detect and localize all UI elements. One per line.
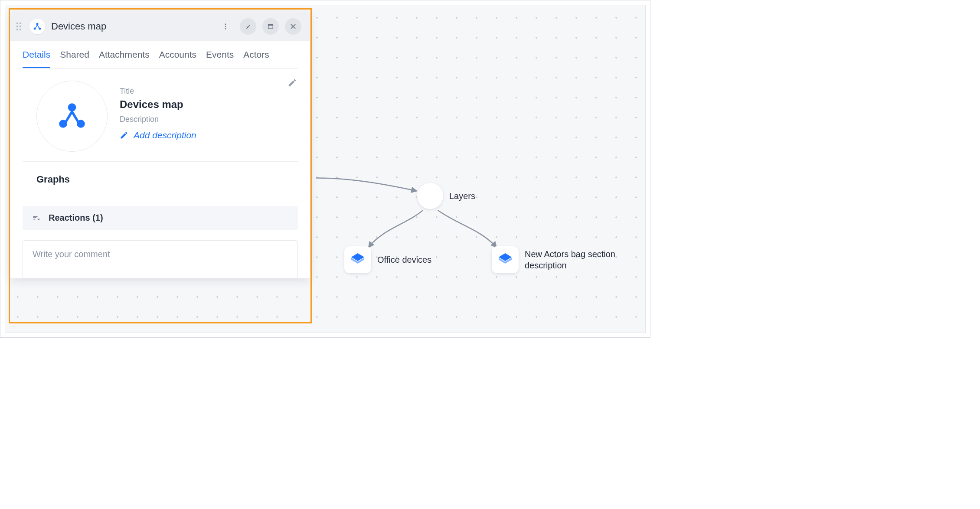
- pin-icon: [245, 23, 252, 30]
- window-icon: [267, 23, 274, 30]
- pencil-icon: [120, 131, 128, 140]
- svg-point-4: [225, 26, 226, 27]
- tab-details[interactable]: Details: [23, 49, 50, 68]
- drag-handle-icon[interactable]: [16, 22, 23, 31]
- kebab-icon: [222, 23, 229, 30]
- comment-placeholder: Write your comment: [33, 249, 110, 259]
- add-description-button[interactable]: Add description: [120, 130, 298, 140]
- sort-icon: [32, 214, 41, 222]
- details-panel: Devices map Details Shared Attachments A…: [10, 12, 310, 278]
- layers-icon: [344, 246, 371, 273]
- svg-point-3: [225, 23, 226, 25]
- svg-rect-7: [268, 24, 273, 26]
- title-value: Devices map: [120, 98, 298, 111]
- node-office-label: Office devices: [377, 254, 431, 265]
- panel-title: Devices map: [51, 21, 211, 32]
- reactions-label: Reactions (1): [49, 213, 103, 223]
- tab-shared[interactable]: Shared: [60, 49, 89, 68]
- add-description-label: Add description: [134, 130, 196, 140]
- open-window-button[interactable]: [262, 18, 279, 35]
- detail-main: Title Devices map Description Add descri…: [10, 69, 310, 161]
- close-button[interactable]: [285, 18, 301, 35]
- pin-button[interactable]: [240, 18, 256, 35]
- svg-point-5: [225, 28, 226, 29]
- node-new-actors-bag[interactable]: New Actors bag section description: [492, 246, 633, 273]
- node-layers-icon: [417, 183, 443, 209]
- description-field-label: Description: [120, 115, 298, 124]
- node-new-actors-label: New Actors bag section description: [525, 248, 633, 271]
- tab-bar: Details Shared Attachments Accounts Even…: [23, 41, 298, 69]
- close-icon: [290, 23, 297, 30]
- tab-attachments[interactable]: Attachments: [99, 49, 150, 68]
- node-layers-label: Layers: [449, 190, 475, 202]
- comment-input[interactable]: Write your comment: [23, 240, 298, 278]
- panel-header: Devices map: [10, 12, 310, 41]
- reactions-header[interactable]: Reactions (1): [23, 206, 298, 230]
- title-field-label: Title: [120, 87, 298, 96]
- tab-actors[interactable]: Actors: [243, 49, 269, 68]
- more-menu-button[interactable]: [217, 18, 234, 35]
- tab-accounts[interactable]: Accounts: [159, 49, 196, 68]
- entity-type-icon: [29, 19, 45, 34]
- node-layers[interactable]: Layers: [417, 183, 475, 209]
- layers-icon: [492, 246, 519, 273]
- tab-events[interactable]: Events: [206, 49, 234, 68]
- entity-avatar[interactable]: [36, 81, 108, 152]
- pencil-icon: [287, 78, 297, 88]
- edit-button[interactable]: [287, 78, 297, 89]
- node-office-devices[interactable]: Office devices: [344, 246, 431, 273]
- graphs-heading: Graphs: [10, 162, 310, 206]
